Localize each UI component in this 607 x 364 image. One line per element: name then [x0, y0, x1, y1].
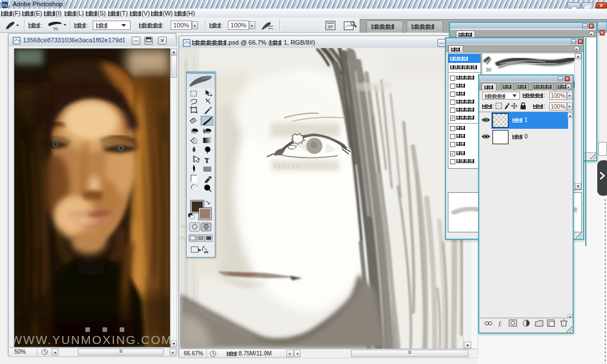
- svg-text:30: 30: [486, 67, 491, 73]
- svg-text:Ps: Ps: [2, 3, 7, 8]
- svg-text:T: T: [205, 156, 210, 165]
- svg-text:f.: f.: [499, 320, 502, 327]
- svg-text:70: 70: [53, 26, 58, 31]
- svg-text:WWW.YUNMOXING.COM: WWW.YUNMOXING.COM: [14, 333, 170, 346]
